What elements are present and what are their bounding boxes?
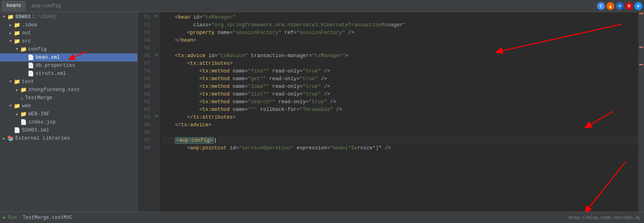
sidebar-label-config: config — [28, 47, 47, 52]
right-scrollbar[interactable] — [638, 12, 644, 212]
run-label: Run — [8, 215, 17, 221]
gutter-fold-64[interactable]: ⊟ — [154, 112, 159, 120]
line-num-53: 53 — [141, 29, 150, 37]
no-arrow-struts: ▶ — [21, 72, 28, 76]
code-line-56: <tx:advice id="txAdvice" transaction-man… — [163, 52, 638, 60]
sidebar-item-src[interactable]: ▼ 📁 src — [0, 37, 137, 45]
sidebar-item-strutsxml[interactable]: ▶ 📄 struts.xml — [0, 70, 137, 78]
tab-bar: beans aop:config C 🔥 ⚙ O e — [0, 0, 644, 12]
folder-icon-zhong: 📁 — [20, 87, 27, 93]
gutter: ⊟ ⊟ ⊟ — [154, 12, 160, 212]
gutter-65 — [154, 120, 159, 127]
sidebar-item-ssh03iml[interactable]: ▶ 📄 SSH03.iml — [0, 126, 137, 134]
code-line-64: </tx:attributes> — [163, 114, 638, 121]
gutter-57 — [154, 58, 159, 66]
line-num-63: 63 — [141, 106, 150, 114]
expand-arrow-src: ▼ — [7, 39, 14, 43]
gutter-55 — [154, 43, 159, 51]
sidebar-item-test[interactable]: ▼ 📁 test — [0, 78, 137, 86]
sidebar-item-config[interactable]: ▼ 📁 config — [0, 45, 137, 53]
folder-icon-config: 📁 — [20, 46, 27, 53]
code-content[interactable]: <bean id="txManager" class="org.springfr… — [160, 12, 638, 212]
folder-icon-test: 📁 — [14, 79, 20, 85]
line-num-57: 57 — [141, 60, 150, 68]
code-line-55 — [163, 45, 638, 52]
code-line-60: <tx:method name="load*" read-only="true"… — [163, 83, 638, 91]
line-num-67: 67 — [141, 137, 150, 144]
sidebar-label-idea: .idea — [22, 22, 37, 28]
line-num-64: 64 — [141, 114, 150, 121]
editor-area: 51 52 53 54 55 56 57 58 59 60 61 62 63 6… — [138, 12, 644, 212]
library-icon: 📚 — [7, 135, 14, 142]
sidebar-label-web: web — [22, 103, 31, 109]
code-line-66 — [163, 129, 638, 137]
line-num-51: 51 — [141, 14, 150, 21]
class-icon-testmerge: ☕ — [20, 95, 23, 101]
expand-arrow-extlibs: ▶ — [1, 136, 7, 141]
sidebar-item-zhongfucheng[interactable]: ▶ 📁 zhongfucheng.test — [0, 86, 137, 94]
gutter-fold-56[interactable]: ⊟ — [154, 51, 159, 58]
gutter-63 — [154, 104, 159, 112]
sidebar-label-indexjsp: index.jsp — [28, 119, 56, 125]
icon3[interactable]: ⚙ — [616, 2, 624, 10]
code-line-58: <tx:method name="find*" read-only="true"… — [163, 68, 638, 75]
tab-aop-config[interactable]: aop:config — [27, 1, 66, 11]
sidebar-label-strutsxml: struts.xml — [36, 71, 66, 76]
sidebar-item-idea[interactable]: ▶ 📁 .idea — [0, 21, 137, 29]
line-num-59: 59 — [141, 75, 150, 83]
sidebar-item-extlibs[interactable]: ▶ 📚 External Libraries — [0, 134, 137, 142]
sidebar-item-indexjsp[interactable]: ▶ 📄 index.jsp — [0, 118, 137, 126]
sidebar-item-out[interactable]: ▶ 📁 out — [0, 29, 137, 37]
code-line-68: <aop:pointcut id="serviceOperation" expr… — [163, 144, 638, 152]
gutter-66 — [154, 127, 159, 135]
sidebar-path: C:\SSH03 — [32, 14, 57, 20]
sidebar-label-test: test — [22, 79, 34, 85]
line-num-60: 60 — [141, 83, 150, 91]
sidebar-item-dbprops[interactable]: ▶ 📄 db.properties — [0, 62, 137, 70]
sidebar-item-webinf[interactable]: ▶ 📁 WEB-INF — [0, 110, 137, 118]
sidebar-item-beanxml[interactable]: ▶ 📄 bean.xml — [0, 53, 137, 62]
opera-icon[interactable]: O — [625, 2, 633, 10]
tab-beans[interactable]: beans — [2, 1, 26, 11]
code-line-57: <tx:attributes> — [163, 60, 638, 68]
line-num-61: 61 — [141, 91, 150, 98]
expand-arrow-zhong: ▶ — [14, 88, 20, 92]
bottom-separator: | — [18, 215, 21, 221]
iml-icon: 📄 — [14, 127, 20, 134]
code-line-53: <property name="sessionFactory" ref="ses… — [163, 29, 638, 37]
no-arrow-beanxml: ▶ — [21, 55, 28, 60]
run-icon: ▶ — [3, 215, 6, 221]
sidebar-item-label: SSH03 — [15, 14, 31, 20]
svg-line-5 — [585, 162, 625, 212]
code-line-54: </bean> — [163, 37, 638, 45]
line-num-55: 55 — [141, 45, 150, 52]
folder-icon-webinf: 📁 — [20, 111, 27, 117]
sidebar-label-testmerge: TestMerge — [25, 95, 53, 101]
no-arrow-jsp: ▶ — [14, 120, 20, 125]
scrollbar-mark-2 — [639, 47, 643, 48]
expand-arrow-out: ▶ — [7, 31, 14, 36]
prop-icon: 📄 — [28, 62, 34, 69]
sidebar-label-zhongfucheng: zhongfucheng.test — [28, 87, 80, 93]
project-icon: 📁 — [7, 14, 14, 20]
ie-icon[interactable]: e — [634, 2, 642, 10]
sidebar-label-extlibs: External Libraries — [15, 136, 70, 141]
gutter-fold-51[interactable]: ⊟ — [154, 12, 159, 20]
main-layout: ▼ 📁 SSH03 C:\SSH03 ▶ 📁 .idea ▶ 📁 out ▼ 📁… — [0, 12, 644, 212]
line-num-52: 52 — [141, 21, 150, 29]
gutter-68 — [154, 143, 159, 151]
folder-icon-web: 📁 — [14, 103, 20, 109]
expand-arrow-web: ▼ — [7, 104, 14, 108]
gutter-67 — [154, 135, 159, 143]
sidebar-item-web[interactable]: ▼ 📁 web — [0, 102, 137, 110]
sidebar-label-out: out — [22, 30, 31, 36]
line-num-65: 65 — [141, 121, 150, 129]
sidebar-item-testmerge[interactable]: ▶ ☕ TestMerge — [0, 94, 137, 102]
gutter-54 — [154, 35, 159, 43]
scrollbar-mark-1 — [639, 13, 643, 14]
folder-icon-idea: 📁 — [14, 22, 20, 28]
firefox-icon[interactable]: 🔥 — [606, 2, 614, 10]
chrome-icon[interactable]: C — [597, 2, 605, 10]
sidebar-label-beanxml: bean.xml — [36, 55, 60, 60]
sidebar-item-ssh03[interactable]: ▼ 📁 SSH03 C:\SSH03 — [0, 13, 137, 21]
